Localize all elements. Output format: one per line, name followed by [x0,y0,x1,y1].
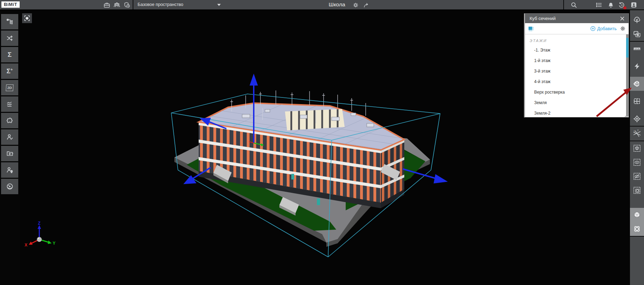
floor-item[interactable]: 1-й этаж [525,55,629,66]
panel-toolbar: Добавить [525,23,629,34]
selection-frames-icon[interactable] [630,27,644,41]
right-toolbar: 1 2 [630,10,644,285]
history-badge-count: 10 [620,4,623,6]
add-section-button[interactable]: Добавить [590,26,617,31]
panel-gear-icon[interactable] [620,26,626,32]
axis-label-z: Z [38,221,40,226]
workspace-selector[interactable]: Базовое пространство [138,2,183,7]
floor-item[interactable]: -1. Этаж [525,45,629,55]
floor-item[interactable]: 3-й этаж [525,66,629,76]
dashboard-gauge-icon[interactable] [1,179,18,194]
shuffle-links-icon[interactable] [1,30,18,46]
user-location-icon[interactable] [1,162,18,178]
sum-glyph: Σ [8,51,12,59]
floors-group-header: ЭТАЖИ [525,34,629,45]
history-clock-icon[interactable]: 10 [618,1,625,9]
section-box-blue-icon[interactable] [528,26,534,32]
axes-icon-label-1: 1 [633,130,635,133]
search-icon[interactable] [570,1,578,9]
isolate-cube-icon[interactable] [630,141,644,155]
panel-title: Куб сечений [530,16,556,21]
plus-suffix: + [11,67,13,72]
orbit-icon[interactable] [630,222,644,236]
floor-item[interactable]: 4-й этаж [525,76,629,87]
section-plane-icon[interactable] [630,94,644,108]
panel-header[interactable]: Куб сечений [525,14,629,23]
folder-import-icon[interactable] [1,146,18,161]
menu-list-icon[interactable] [595,1,603,9]
floors-rows: -1. Этаж1-й этаж3-й этаж4-й этажВерх рос… [525,45,629,116]
charts-icon[interactable] [1,96,18,112]
floor-item[interactable]: Земля [525,97,629,108]
clash-lightning-icon[interactable] [630,59,644,73]
model-tree-icon[interactable] [1,14,18,29]
environment-tree-icon[interactable] [630,13,644,27]
panel-scrollbar[interactable] [626,34,629,116]
add-button-label: Добавить [597,26,617,31]
focus-hexagon-icon[interactable] [22,13,32,23]
floor-item[interactable]: Верх ростверка [525,87,629,97]
floors-list: ЭТАЖИ -1. Этаж1-й этаж3-й этаж4-й этажВе… [525,34,629,116]
view-cube-icon[interactable] [630,208,644,222]
section-cube-panel: Куб сечений Добавить ЭТАЖИ -1. Этаж1-й э… [524,13,629,117]
axes-icon-label-2: 2 [637,129,639,131]
profile-icon[interactable] [630,1,638,9]
panel-scrollbar-thumb[interactable] [626,38,629,57]
hide-eye-icon[interactable] [630,169,644,183]
floor-item[interactable]: Земля-2 [525,108,629,116]
sum-icon[interactable]: Σ [1,47,18,62]
plus-circle-icon [590,26,596,31]
briefcase-icon[interactable] [103,1,111,9]
axis-label-y: Y [53,241,55,246]
2d-glyph: 2D [6,84,13,91]
bimit-app: { "topbar": { "logo_text": "BiMiT", "lef… [0,0,644,285]
project-title: Школа [318,1,356,8]
axes-grid-icon[interactable]: 1 2 [630,127,644,141]
notifications-bell-icon[interactable] [607,1,615,9]
close-icon[interactable] [619,16,625,21]
axis-gizmo[interactable]: Z X Y [25,221,55,247]
left-toolbar: Σ Σ+ 2D [0,10,20,285]
axis-label-x: X [25,243,27,247]
settings-gear-icon[interactable] [352,1,359,9]
team-icon[interactable] [113,1,121,9]
user-check-icon[interactable] [1,129,18,145]
ruler-icon[interactable] [630,42,644,56]
sum-add-icon[interactable]: Σ+ [1,63,18,79]
section-cube-icon[interactable] [630,77,644,91]
notification-dot [623,6,626,9]
topbar: BiMiT Базовое пространство Школа [0,0,644,10]
shield-history-icon[interactable] [123,1,131,9]
doc-2d-icon[interactable]: 2D [1,80,18,95]
chevron-down-icon[interactable] [217,4,221,6]
bimit-logo[interactable]: BiMiT [1,1,20,8]
show-eye-icon[interactable] [630,155,644,169]
clear-selection-icon[interactable] [630,183,644,197]
sum-glyph: Σ [7,67,11,75]
point-target-icon[interactable] [630,112,644,126]
topbar-right-divider [563,0,564,9]
plugins-puzzle-icon[interactable] [1,113,18,128]
topbar-divider [133,0,133,9]
share-icon[interactable] [362,1,370,9]
